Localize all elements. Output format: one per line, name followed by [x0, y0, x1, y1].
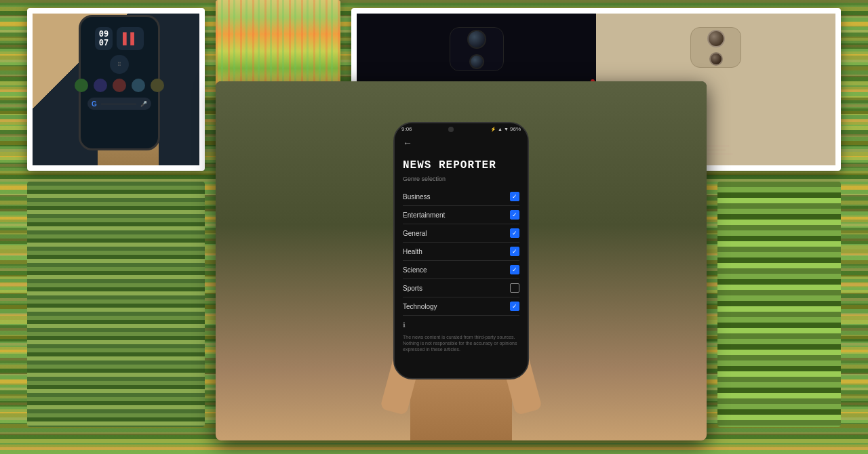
pixel-time-widget: 09 07: [95, 27, 113, 50]
genre-item-technology: Technology: [403, 297, 519, 316]
pixel-app-phone: [75, 79, 88, 92]
pixel-app-row: [75, 79, 164, 92]
pixel-dot-icon: ⠿: [117, 62, 121, 68]
genre-name-entertainment: Entertainment: [403, 211, 445, 219]
genre-checkbox-business[interactable]: [510, 192, 519, 201]
google-bar-divider: [101, 104, 136, 104]
news-reporter-screen: ← NEWS REPORTER Genre selection Business: [395, 133, 528, 375]
genre-list: Business Entertainment General: [403, 188, 519, 316]
pixel-app-settings: [151, 79, 164, 92]
genre-name-technology: Technology: [403, 303, 437, 310]
genre-name-science: Science: [403, 266, 427, 274]
genre-checkbox-science[interactable]: [510, 265, 519, 274]
light-camera-lens-1: [707, 30, 725, 47]
genre-name-health: Health: [403, 248, 422, 255]
dark-camera-lens-1: [467, 30, 486, 49]
battery-text: 96%: [510, 126, 521, 132]
grass-right-bg: [717, 182, 841, 427]
genre-name-business: Business: [403, 193, 431, 201]
pixel-app-music: [94, 79, 107, 92]
pixel-phone-body: 09 07 ▌▌ ⠿: [79, 15, 160, 150]
bluetooth-icon: ⚡: [490, 127, 496, 132]
genre-item-health: Health: [403, 243, 519, 261]
photo-news-reporter: 9:06 ⚡ ▲ ▼ 96% ← NEWS REPORTER: [216, 81, 707, 440]
genre-checkbox-entertainment[interactable]: [510, 210, 519, 220]
photo-grass-right: [717, 182, 841, 427]
genre-item-entertainment: Entertainment: [403, 206, 519, 224]
pixel-large-widget: ⠿: [110, 55, 129, 74]
news-reporter-phone: 9:06 ⚡ ▲ ▼ 96% ← NEWS REPORTER: [393, 122, 529, 379]
camera-punch-hole: [448, 127, 454, 132]
genre-selection-label: Genre selection: [403, 176, 519, 182]
light-camera-lens-2: [709, 52, 723, 66]
waveform-icon: ▌▌: [123, 33, 138, 45]
disclaimer-text: The news content is curated from third-p…: [403, 334, 519, 352]
genre-name-sports: Sports: [403, 285, 422, 292]
photo-pixel-phone: 09 07 ▌▌ ⠿: [27, 8, 205, 171]
grass-left-bg: [27, 182, 205, 427]
status-icons: ⚡ ▲ ▼ 96%: [490, 126, 521, 132]
pixel-screen-widgets: 09 07 ▌▌: [95, 27, 144, 50]
nothing-glyph-line-2: [706, 149, 726, 151]
pixel-phone-scene: 09 07 ▌▌ ⠿: [33, 14, 199, 165]
genre-checkbox-sports[interactable]: [510, 283, 519, 293]
dark-camera-lens-2: [469, 54, 484, 69]
light-camera-module: [690, 27, 741, 68]
pixel-app-wifi: [132, 79, 145, 92]
pixel-google-bar: G 🎤: [87, 98, 151, 110]
signal-icon: ▲: [498, 127, 502, 131]
phone-status-bar: 9:06 ⚡ ▲ ▼ 96%: [395, 123, 528, 133]
pixel-app-maps: [113, 79, 126, 92]
dark-camera-module: [450, 27, 504, 71]
genre-checkbox-health[interactable]: [510, 247, 519, 256]
genre-item-science: Science: [403, 261, 519, 279]
status-time: 9:06: [401, 126, 412, 132]
photo-grid: 09 07 ▌▌ ⠿: [0, 0, 868, 454]
back-arrow[interactable]: ←: [403, 133, 519, 152]
pixel-waveform-widget: ▌▌: [117, 27, 144, 50]
google-mic-icon: 🎤: [140, 101, 147, 107]
app-title: NEWS REPORTER: [403, 159, 519, 171]
genre-item-business: Business: [403, 188, 519, 206]
genre-item-general: General: [403, 224, 519, 243]
genre-item-sports: Sports: [403, 279, 519, 297]
disclaimer-section: ℹ The news content is curated from third…: [403, 321, 519, 352]
genre-checkbox-general[interactable]: [510, 228, 519, 238]
genre-name-general: General: [403, 230, 427, 237]
google-logo: G: [92, 100, 97, 108]
center-phone-scene: 9:06 ⚡ ▲ ▼ 96% ← NEWS REPORTER: [216, 81, 707, 440]
wifi-icon: ▼: [504, 127, 509, 131]
genre-checkbox-technology[interactable]: [510, 302, 519, 311]
info-icon: ℹ: [403, 321, 519, 329]
photo-grass-left: [27, 182, 205, 427]
pixel-time-display: 09 07: [99, 30, 108, 47]
